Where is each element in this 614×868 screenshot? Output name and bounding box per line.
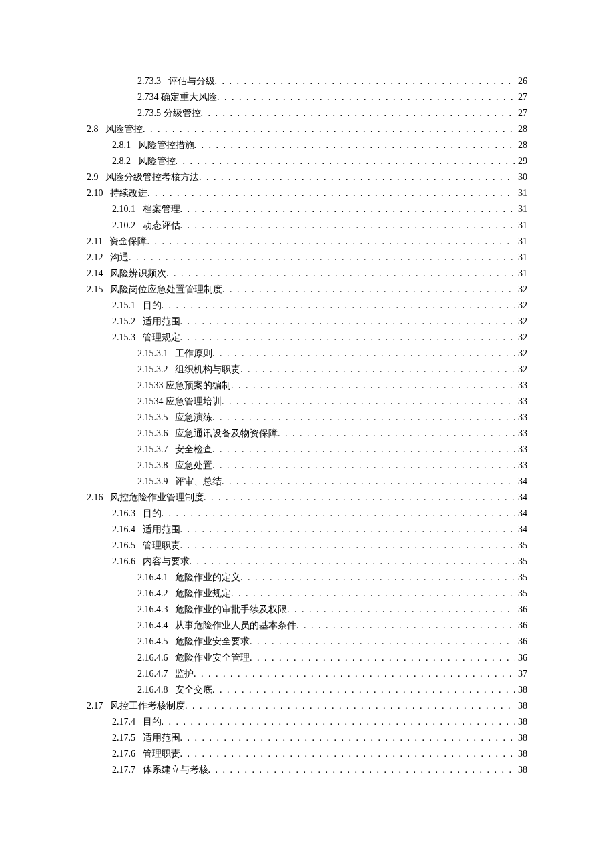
toc-entry: 2.16.3 目的34	[87, 506, 527, 522]
toc-entry: 2.16.4.8 安全交底38	[87, 682, 527, 698]
toc-number: 2.17.7	[112, 762, 135, 778]
toc-page-number: 31	[515, 266, 527, 282]
toc-leader-dots	[212, 458, 515, 474]
toc-title: 危险作业规定	[175, 586, 231, 602]
toc-entry: 2.15.3.5 应急演练33	[87, 410, 527, 426]
toc-entry: 2.16.4.7 监护37	[87, 666, 527, 682]
toc-entry: 2.73.3 评估与分级26	[87, 73, 527, 89]
toc-gap	[135, 298, 143, 314]
toc-number: 2.16.4.8	[137, 682, 168, 698]
toc-gap	[103, 490, 111, 506]
toc-title: 资金保障	[109, 234, 147, 250]
toc-page-number: 32	[515, 362, 527, 378]
toc-title: 风险管控	[138, 153, 176, 169]
toc-entry: 2.16.5 管理职责35	[87, 538, 527, 554]
toc-gap	[168, 474, 176, 490]
toc-title: 适用范围	[143, 522, 180, 538]
toc-title: 确定重大风险	[161, 89, 217, 105]
toc-gap	[135, 218, 143, 234]
toc-entry: 2.17.7 体系建立与考核38	[87, 762, 527, 778]
toc-title: 应急处置	[175, 458, 212, 474]
toc-page-number: 32	[515, 314, 527, 330]
toc-number: 2.14	[87, 266, 103, 282]
toc-gap	[168, 602, 176, 618]
toc-number: 2.15.3.5	[137, 410, 168, 426]
toc-entry: 2.15.3.1 工作原则32	[87, 346, 527, 362]
toc-title: 目的	[143, 298, 162, 314]
toc-page-number: 33	[515, 394, 527, 410]
toc-gap	[131, 137, 138, 153]
toc-entry: 2.15.3.7 安全检查33	[87, 442, 527, 458]
toc-gap	[168, 426, 176, 442]
toc-page-number: 34	[515, 522, 527, 538]
toc-gap	[135, 201, 143, 218]
toc-gap	[168, 682, 176, 698]
toc-leader-dots	[162, 298, 516, 314]
toc-number: 2.17	[87, 698, 103, 714]
toc-entry: 2.16.4 适用范围34	[87, 522, 527, 538]
toc-leader-dots	[240, 362, 515, 378]
toc-entry: 2.15.2 适用范围32	[87, 314, 527, 330]
toc-entry: 2.16.4.1 危险作业的定义35	[87, 570, 527, 586]
toc-page-number: 32	[515, 330, 527, 346]
toc-leader-dots	[231, 586, 515, 602]
toc-title: 风险岗位应急处置管理制度	[110, 282, 222, 298]
toc-leader-dots	[217, 89, 515, 105]
toc-gap	[103, 250, 111, 266]
toc-page-number: 26	[515, 73, 527, 89]
toc-leader-dots	[180, 522, 516, 538]
toc-page-number: 38	[515, 698, 527, 714]
toc-entry: 2.15.3 管理规定32	[87, 330, 527, 346]
toc-number: 2.15	[87, 282, 103, 298]
toc-entry: 2.12 沟通31	[87, 250, 527, 266]
toc-gap	[168, 666, 176, 682]
toc-page-number: 31	[515, 201, 527, 218]
toc-page-number: 31	[515, 234, 527, 250]
toc-title: 风险分级管控考核方法	[105, 169, 199, 185]
toc-gap	[168, 346, 176, 362]
toc-leader-dots	[190, 554, 516, 570]
toc-number: 2.15.3	[112, 330, 135, 346]
toc-page-number: 33	[515, 458, 527, 474]
toc-page-number: 35	[515, 586, 527, 602]
toc-gap	[135, 730, 143, 746]
toc-title: 危险作业的审批手续及权限	[175, 602, 287, 618]
toc-page-number: 36	[515, 650, 527, 666]
toc-entry: 2.16.4.6 危险作业安全管理36	[87, 650, 527, 666]
toc-entry: 2.17.5 适用范围38	[87, 730, 527, 746]
toc-number: 2.16.6	[112, 554, 135, 570]
toc-leader-dots	[180, 201, 516, 218]
toc-title: 管理职责	[143, 538, 180, 554]
toc-number: 2.16.4.6	[137, 650, 168, 666]
toc-entry: 2.15.3.8 应急处置33	[87, 458, 527, 474]
toc-title: 风险管控措施	[138, 137, 194, 153]
toc-entry: 2.8.1 风险管控措施28	[87, 137, 527, 153]
toc-page-number: 31	[515, 218, 527, 234]
toc-title: 应急通讯设备及物资保障	[175, 426, 278, 442]
toc-gap	[131, 153, 138, 169]
toc-number: 2.16.4.4	[137, 618, 168, 634]
toc-title: 监护	[175, 666, 194, 682]
toc-page-number: 34	[515, 506, 527, 522]
toc-page-number: 36	[515, 634, 527, 650]
toc-number: 2.8.1	[112, 137, 131, 153]
toc-number: 2.16.4.7	[137, 666, 168, 682]
toc-title: 评估与分级	[168, 73, 215, 89]
toc-leader-dots	[278, 426, 515, 442]
toc-gap	[103, 282, 111, 298]
toc-number: 2.73.3	[137, 73, 161, 89]
toc-page-number: 31	[515, 185, 527, 201]
toc-number: 2.16.4.1	[137, 570, 168, 586]
toc-entry: 2.17.6 管理职责38	[87, 746, 527, 762]
toc-title: 应急预案的编制	[166, 378, 231, 394]
toc-title: 风控工作考核制度	[110, 698, 185, 714]
toc-entry: 2.11 资金保障31	[87, 234, 527, 250]
toc-gap	[103, 234, 110, 250]
toc-title: 评审、总结	[175, 474, 222, 490]
toc-title: 风险辨识频次	[110, 266, 166, 282]
toc-page-number: 27	[515, 105, 527, 121]
toc-title: 动态评估	[143, 218, 180, 234]
toc-title: 目的	[143, 714, 162, 730]
toc-gap	[161, 73, 168, 89]
toc-entry: 2.16.4.5 危险作业安全要求36	[87, 634, 527, 650]
